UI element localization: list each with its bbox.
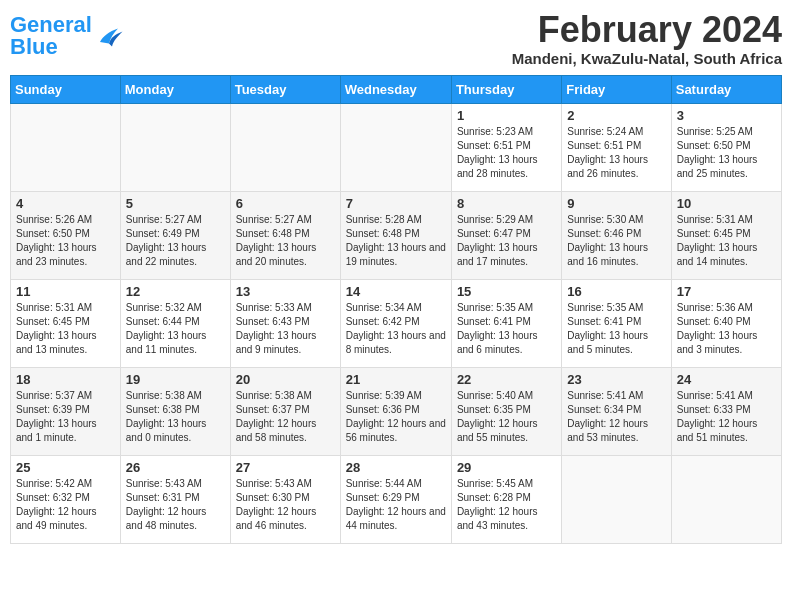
day-cell: 13Sunrise: 5:33 AMSunset: 6:43 PMDayligh… <box>230 279 340 367</box>
day-info: Sunrise: 5:30 AMSunset: 6:46 PMDaylight:… <box>567 214 648 267</box>
day-info: Sunrise: 5:34 AMSunset: 6:42 PMDaylight:… <box>346 302 446 355</box>
day-cell: 29Sunrise: 5:45 AMSunset: 6:28 PMDayligh… <box>451 455 561 543</box>
day-number: 25 <box>16 460 115 475</box>
day-info: Sunrise: 5:37 AMSunset: 6:39 PMDaylight:… <box>16 390 97 443</box>
day-number: 1 <box>457 108 556 123</box>
day-cell: 28Sunrise: 5:44 AMSunset: 6:29 PMDayligh… <box>340 455 451 543</box>
day-info: Sunrise: 5:38 AMSunset: 6:38 PMDaylight:… <box>126 390 207 443</box>
day-number: 24 <box>677 372 776 387</box>
day-cell: 8Sunrise: 5:29 AMSunset: 6:47 PMDaylight… <box>451 191 561 279</box>
week-row-3: 11Sunrise: 5:31 AMSunset: 6:45 PMDayligh… <box>11 279 782 367</box>
title-area: February 2024 Mandeni, KwaZulu-Natal, So… <box>512 10 782 67</box>
day-info: Sunrise: 5:41 AMSunset: 6:34 PMDaylight:… <box>567 390 648 443</box>
day-info: Sunrise: 5:41 AMSunset: 6:33 PMDaylight:… <box>677 390 758 443</box>
col-header-wednesday: Wednesday <box>340 75 451 103</box>
day-cell: 1Sunrise: 5:23 AMSunset: 6:51 PMDaylight… <box>451 103 561 191</box>
day-info: Sunrise: 5:26 AMSunset: 6:50 PMDaylight:… <box>16 214 97 267</box>
day-number: 17 <box>677 284 776 299</box>
day-cell: 6Sunrise: 5:27 AMSunset: 6:48 PMDaylight… <box>230 191 340 279</box>
day-cell: 19Sunrise: 5:38 AMSunset: 6:38 PMDayligh… <box>120 367 230 455</box>
day-info: Sunrise: 5:35 AMSunset: 6:41 PMDaylight:… <box>457 302 538 355</box>
day-cell: 10Sunrise: 5:31 AMSunset: 6:45 PMDayligh… <box>671 191 781 279</box>
day-info: Sunrise: 5:23 AMSunset: 6:51 PMDaylight:… <box>457 126 538 179</box>
calendar-subtitle: Mandeni, KwaZulu-Natal, South Africa <box>512 50 782 67</box>
col-header-sunday: Sunday <box>11 75 121 103</box>
day-info: Sunrise: 5:39 AMSunset: 6:36 PMDaylight:… <box>346 390 446 443</box>
day-info: Sunrise: 5:43 AMSunset: 6:31 PMDaylight:… <box>126 478 207 531</box>
day-cell: 21Sunrise: 5:39 AMSunset: 6:36 PMDayligh… <box>340 367 451 455</box>
col-header-tuesday: Tuesday <box>230 75 340 103</box>
day-cell: 20Sunrise: 5:38 AMSunset: 6:37 PMDayligh… <box>230 367 340 455</box>
day-number: 27 <box>236 460 335 475</box>
calendar-table: SundayMondayTuesdayWednesdayThursdayFrid… <box>10 75 782 544</box>
day-cell: 25Sunrise: 5:42 AMSunset: 6:32 PMDayligh… <box>11 455 121 543</box>
day-cell: 7Sunrise: 5:28 AMSunset: 6:48 PMDaylight… <box>340 191 451 279</box>
day-number: 21 <box>346 372 446 387</box>
day-cell: 3Sunrise: 5:25 AMSunset: 6:50 PMDaylight… <box>671 103 781 191</box>
day-info: Sunrise: 5:40 AMSunset: 6:35 PMDaylight:… <box>457 390 538 443</box>
day-number: 13 <box>236 284 335 299</box>
week-row-1: 1Sunrise: 5:23 AMSunset: 6:51 PMDaylight… <box>11 103 782 191</box>
day-cell: 12Sunrise: 5:32 AMSunset: 6:44 PMDayligh… <box>120 279 230 367</box>
day-number: 16 <box>567 284 665 299</box>
day-cell: 22Sunrise: 5:40 AMSunset: 6:35 PMDayligh… <box>451 367 561 455</box>
day-cell <box>340 103 451 191</box>
day-number: 22 <box>457 372 556 387</box>
day-number: 23 <box>567 372 665 387</box>
day-info: Sunrise: 5:33 AMSunset: 6:43 PMDaylight:… <box>236 302 317 355</box>
logo-text: General Blue <box>10 14 92 58</box>
day-cell <box>230 103 340 191</box>
day-number: 29 <box>457 460 556 475</box>
day-info: Sunrise: 5:42 AMSunset: 6:32 PMDaylight:… <box>16 478 97 531</box>
day-number: 20 <box>236 372 335 387</box>
day-number: 19 <box>126 372 225 387</box>
day-cell <box>562 455 671 543</box>
day-info: Sunrise: 5:31 AMSunset: 6:45 PMDaylight:… <box>16 302 97 355</box>
day-number: 26 <box>126 460 225 475</box>
day-info: Sunrise: 5:44 AMSunset: 6:29 PMDaylight:… <box>346 478 446 531</box>
day-number: 11 <box>16 284 115 299</box>
calendar-title: February 2024 <box>512 10 782 50</box>
day-cell: 5Sunrise: 5:27 AMSunset: 6:49 PMDaylight… <box>120 191 230 279</box>
day-info: Sunrise: 5:24 AMSunset: 6:51 PMDaylight:… <box>567 126 648 179</box>
week-row-2: 4Sunrise: 5:26 AMSunset: 6:50 PMDaylight… <box>11 191 782 279</box>
day-number: 9 <box>567 196 665 211</box>
day-info: Sunrise: 5:27 AMSunset: 6:49 PMDaylight:… <box>126 214 207 267</box>
day-info: Sunrise: 5:35 AMSunset: 6:41 PMDaylight:… <box>567 302 648 355</box>
day-cell <box>120 103 230 191</box>
day-number: 7 <box>346 196 446 211</box>
day-cell: 18Sunrise: 5:37 AMSunset: 6:39 PMDayligh… <box>11 367 121 455</box>
day-info: Sunrise: 5:25 AMSunset: 6:50 PMDaylight:… <box>677 126 758 179</box>
logo-blue: Blue <box>10 34 58 59</box>
logo: General Blue <box>10 14 124 58</box>
day-number: 2 <box>567 108 665 123</box>
day-info: Sunrise: 5:32 AMSunset: 6:44 PMDaylight:… <box>126 302 207 355</box>
day-cell: 24Sunrise: 5:41 AMSunset: 6:33 PMDayligh… <box>671 367 781 455</box>
day-cell: 14Sunrise: 5:34 AMSunset: 6:42 PMDayligh… <box>340 279 451 367</box>
col-header-saturday: Saturday <box>671 75 781 103</box>
day-cell: 26Sunrise: 5:43 AMSunset: 6:31 PMDayligh… <box>120 455 230 543</box>
day-cell: 2Sunrise: 5:24 AMSunset: 6:51 PMDaylight… <box>562 103 671 191</box>
day-number: 18 <box>16 372 115 387</box>
day-cell: 17Sunrise: 5:36 AMSunset: 6:40 PMDayligh… <box>671 279 781 367</box>
day-info: Sunrise: 5:31 AMSunset: 6:45 PMDaylight:… <box>677 214 758 267</box>
day-info: Sunrise: 5:29 AMSunset: 6:47 PMDaylight:… <box>457 214 538 267</box>
day-info: Sunrise: 5:27 AMSunset: 6:48 PMDaylight:… <box>236 214 317 267</box>
day-number: 5 <box>126 196 225 211</box>
day-number: 14 <box>346 284 446 299</box>
day-cell: 27Sunrise: 5:43 AMSunset: 6:30 PMDayligh… <box>230 455 340 543</box>
day-number: 4 <box>16 196 115 211</box>
col-header-friday: Friday <box>562 75 671 103</box>
day-number: 12 <box>126 284 225 299</box>
header: General Blue February 2024 Mandeni, KwaZ… <box>10 10 782 67</box>
day-info: Sunrise: 5:28 AMSunset: 6:48 PMDaylight:… <box>346 214 446 267</box>
header-row: SundayMondayTuesdayWednesdayThursdayFrid… <box>11 75 782 103</box>
day-cell <box>671 455 781 543</box>
week-row-4: 18Sunrise: 5:37 AMSunset: 6:39 PMDayligh… <box>11 367 782 455</box>
day-number: 3 <box>677 108 776 123</box>
day-info: Sunrise: 5:36 AMSunset: 6:40 PMDaylight:… <box>677 302 758 355</box>
day-cell: 23Sunrise: 5:41 AMSunset: 6:34 PMDayligh… <box>562 367 671 455</box>
day-info: Sunrise: 5:43 AMSunset: 6:30 PMDaylight:… <box>236 478 317 531</box>
day-number: 8 <box>457 196 556 211</box>
day-number: 28 <box>346 460 446 475</box>
